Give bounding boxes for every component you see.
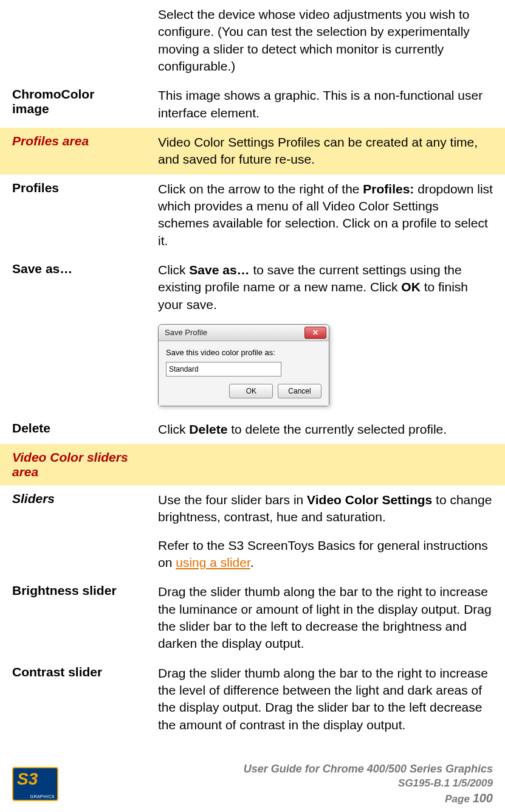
profiles-label: Profiles xyxy=(0,175,146,255)
saveas-label: Save as… xyxy=(0,255,146,415)
bold-video-color-settings: Video Color Settings xyxy=(307,493,432,507)
page-footer: S3 GRAPHICS User Guide for Chrome 400/50… xyxy=(0,762,493,806)
chromocolor-label: ChromoColor image xyxy=(0,81,146,128)
text-segment: to delete the currently selected profile… xyxy=(227,422,447,436)
cancel-button[interactable]: Cancel xyxy=(278,384,321,398)
row-delete: Delete Click Delete to delete the curren… xyxy=(0,415,505,444)
logo-main-text: S3 xyxy=(17,769,38,789)
row-brightness: Brightness slider Drag the slider thumb … xyxy=(0,577,505,658)
contrast-description: Drag the slider thumb along the bar to t… xyxy=(146,659,505,740)
row-sliders-area: Video Color sliders area xyxy=(0,444,505,485)
bold-delete: Delete xyxy=(189,422,227,436)
footer-text: User Guide for Chrome 400/500 Series Gra… xyxy=(244,762,493,806)
text-segment: Click xyxy=(158,263,189,277)
text-segment: Click on the arrow to the right of the xyxy=(158,182,363,196)
dialog-titlebar: Save Profile ✕ xyxy=(159,325,329,341)
row-saveas: Save as… Click Save as… to save the curr… xyxy=(0,255,505,415)
profiles-description: Click on the arrow to the right of the P… xyxy=(146,175,505,255)
ok-button[interactable]: OK xyxy=(229,384,273,398)
close-icon[interactable]: ✕ xyxy=(304,327,326,339)
dialog-label: Save this video color profile as: xyxy=(166,347,321,358)
row-contrast: Contrast slider Drag the slider thumb al… xyxy=(0,659,505,740)
profiles-area-label: Profiles area xyxy=(0,128,146,175)
bold-ok: OK xyxy=(401,280,421,294)
footer-line1: User Guide for Chrome 400/500 Series Gra… xyxy=(244,762,493,776)
text-segment: Click xyxy=(158,422,189,436)
text-segment: Use the four slider bars in xyxy=(158,493,307,507)
row-sliders: Sliders Use the four slider bars in Vide… xyxy=(0,485,505,577)
page-label: Page xyxy=(445,793,472,805)
bold-saveas: Save as… xyxy=(189,263,249,277)
text-segment: . xyxy=(250,555,254,569)
dialog-title: Save Profile xyxy=(165,327,207,338)
document-page: Select the device whose video adjustment… xyxy=(0,0,505,812)
page-number: 100 xyxy=(473,791,493,805)
s3-logo: S3 GRAPHICS xyxy=(12,767,58,801)
delete-label: Delete xyxy=(0,415,146,444)
footer-line3: Page 100 xyxy=(244,790,493,806)
delete-description: Click Delete to delete the currently sel… xyxy=(146,415,505,444)
bold-profiles: Profiles: xyxy=(363,182,414,196)
dialog-buttons: OK Cancel xyxy=(166,384,321,398)
profile-name-input[interactable] xyxy=(166,362,281,377)
save-profile-dialog: Save Profile ✕ Save this video color pro… xyxy=(158,324,329,406)
row-intro: Select the device whose video adjustment… xyxy=(0,0,505,81)
contrast-label: Contrast slider xyxy=(0,659,146,740)
dialog-body: Save this video color profile as: OK Can… xyxy=(159,341,329,406)
sliders-label: Sliders xyxy=(12,491,55,505)
sliders-area-description xyxy=(146,444,505,485)
using-a-slider-link[interactable]: using a slider xyxy=(176,555,250,569)
chromocolor-description: This image shows a graphic. This is a no… xyxy=(146,81,505,128)
saveas-description: Click Save as… to save the current setti… xyxy=(146,255,505,415)
profiles-area-description: Video Color Settings Profiles can be cre… xyxy=(146,128,505,175)
row-profiles-area: Profiles area Video Color Settings Profi… xyxy=(0,128,505,175)
brightness-label: Brightness slider xyxy=(0,577,146,658)
sliders-area-label: Video Color sliders area xyxy=(0,444,146,485)
row-chromocolor: ChromoColor image This image shows a gra… xyxy=(0,81,505,128)
row-profiles: Profiles Click on the arrow to the right… xyxy=(0,175,505,255)
sliders-description: Use the four slider bars in Video Color … xyxy=(146,485,505,577)
brightness-description: Drag the slider thumb along the bar to t… xyxy=(146,577,505,658)
definition-table: Select the device whose video adjustment… xyxy=(0,0,505,740)
footer-line2: SG195-B.1 1/5/2009 xyxy=(244,777,493,790)
logo-sub-text: GRAPHICS xyxy=(30,794,55,799)
intro-description: Select the device whose video adjustment… xyxy=(146,0,505,81)
